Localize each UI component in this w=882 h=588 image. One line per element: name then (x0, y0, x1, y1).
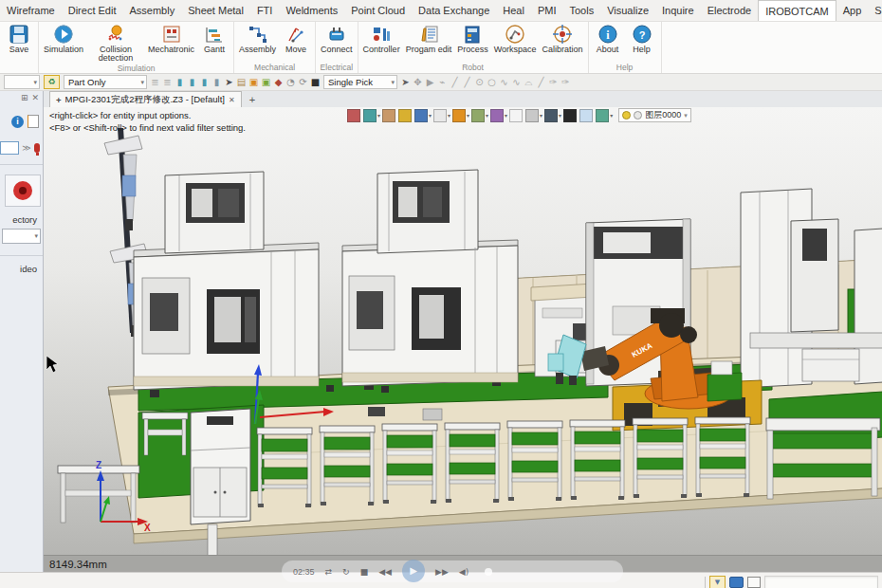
menu-item[interactable]: IROBOTCAM (758, 0, 836, 21)
display-icon[interactable]: ▾ (594, 109, 613, 122)
toolbar-icon[interactable]: ▮ (174, 75, 186, 89)
tab-close-icon[interactable]: ✕ (229, 96, 235, 104)
toolbar-icon[interactable]: ▮ (186, 75, 198, 89)
status-input-field[interactable] (764, 576, 878, 588)
display-icon[interactable]: ▾ (432, 109, 450, 122)
display-icon[interactable]: ▾ (361, 109, 380, 122)
loop-icon[interactable]: ↻ (342, 567, 350, 577)
volume-icon[interactable]: ◀) (459, 567, 469, 577)
help-button[interactable]: ? Help (625, 23, 659, 54)
move-button[interactable]: Move (279, 23, 313, 54)
toolbar-icon[interactable]: ✑ (547, 75, 560, 89)
forward-icon[interactable]: ▶▶ (435, 567, 449, 577)
menu-item[interactable]: FTI (250, 0, 280, 21)
toolbar-icon[interactable]: ▣ (248, 75, 260, 89)
process-button[interactable]: Process (454, 23, 491, 54)
calibration-button[interactable]: Calibration (540, 23, 586, 54)
display-icon[interactable] (507, 109, 524, 122)
display-icon[interactable]: ▾ (524, 109, 542, 122)
toolbar-icon[interactable]: ≣ (149, 75, 161, 89)
workspace-button[interactable]: Workspace (491, 23, 540, 54)
menu-item[interactable]: Simulation (868, 0, 882, 21)
menu-item[interactable]: Assembly (122, 0, 181, 21)
toolbar-icon[interactable]: ≣ (161, 75, 174, 89)
window-mode-icon[interactable] (747, 577, 761, 588)
display-icon[interactable] (396, 109, 413, 122)
viewport-3d[interactable]: <right-click> for entity input options. … (44, 107, 882, 572)
assembly-button[interactable]: Assembly (236, 23, 279, 54)
play-button[interactable]: ▶ (402, 560, 425, 582)
toolbar-icon[interactable]: ⌁ (436, 75, 449, 89)
toolbar-icon[interactable]: ◆ (272, 75, 285, 89)
menu-item[interactable]: Weldments (279, 0, 344, 21)
display-icon[interactable] (380, 109, 396, 122)
rewind-icon[interactable]: ◀◀ (378, 567, 392, 577)
document-tab[interactable]: + MPGI-2301完成2程序修改.Z3 - [Default] ✕ (49, 91, 242, 107)
toolbar-icon[interactable]: ➤ (223, 75, 235, 89)
toolbar-icon[interactable]: ▣ (260, 75, 272, 89)
gantt-button[interactable]: Gantt (197, 23, 231, 54)
document-icon[interactable] (28, 115, 39, 128)
display-icon[interactable]: ▾ (450, 109, 469, 122)
toolbar-icon[interactable]: ▶ (424, 75, 436, 89)
about-button[interactable]: i About (591, 23, 625, 54)
collision-detection-button[interactable]: Collision detection (86, 23, 145, 64)
toolbar-icon[interactable]: ╱ (449, 75, 461, 89)
volume-knob[interactable] (485, 568, 492, 576)
menu-item[interactable]: Data Exchange (412, 0, 496, 21)
toolbar-icon[interactable]: ⟳ (297, 75, 309, 89)
recorder-path-input[interactable] (0, 141, 19, 155)
program-edit-button[interactable]: Progam edit (403, 23, 455, 54)
menu-item[interactable]: App (836, 0, 869, 21)
toolbar-icon[interactable]: ▤ (235, 75, 248, 89)
new-tab-button[interactable]: + (249, 94, 255, 105)
connect-button[interactable]: Connect (318, 23, 356, 54)
toolbar-icon[interactable]: ✑ (560, 75, 572, 89)
menu-item[interactable]: Electrode (701, 0, 758, 21)
menu-item[interactable]: Inquire (655, 0, 701, 21)
toolbar-icon[interactable]: ○ (486, 75, 498, 89)
toolbar-icon[interactable]: ⌓ (523, 75, 535, 89)
filter-toggle-icon[interactable]: ▼ (709, 576, 726, 588)
toolbar-icon[interactable]: ■ (309, 75, 322, 89)
display-icon[interactable]: ▾ (542, 109, 561, 122)
toolbar-icon[interactable]: ╱ (461, 75, 473, 89)
layer-combo[interactable]: 图层0000 ▾ (618, 108, 691, 122)
blank-combo[interactable]: ▾ (4, 75, 40, 89)
info-icon[interactable]: i (11, 116, 24, 128)
menu-item[interactable]: Wireframe (0, 0, 62, 21)
display-icon[interactable]: ▾ (413, 109, 432, 122)
menu-item[interactable]: Sheet Metal (181, 0, 250, 21)
menu-item[interactable]: Visualize (600, 0, 655, 21)
display-icon[interactable] (578, 109, 594, 122)
controller-button[interactable]: Controller (360, 23, 403, 54)
menu-item[interactable]: Direct Edit (62, 0, 123, 21)
stop-icon[interactable]: ■ (360, 567, 369, 577)
shuffle-icon[interactable]: ⇄ (325, 567, 333, 577)
menu-item[interactable]: PMI (531, 0, 563, 21)
toolbar-icon[interactable]: ╱ (535, 75, 547, 89)
display-icon[interactable]: ▾ (469, 109, 488, 122)
directory-select[interactable]: ▾ (2, 229, 41, 244)
toolbar-icon[interactable]: ▮ (198, 75, 211, 89)
toolbar-icon[interactable]: ∿ (510, 75, 523, 89)
display-icon[interactable]: ▾ (488, 109, 507, 122)
menu-item[interactable]: Point Cloud (344, 0, 412, 21)
toolbar-icon[interactable]: ▮ (211, 75, 223, 89)
view-mode-combo[interactable]: Part Only▾ (64, 75, 147, 89)
save-button[interactable]: Save (2, 23, 36, 54)
display-icon[interactable] (561, 109, 578, 122)
pick-mode-combo[interactable]: Single Pick▾ (323, 75, 397, 89)
regen-highlight-icon[interactable]: ♻ (44, 75, 60, 89)
panel-close-icon[interactable]: ✕ (31, 93, 39, 107)
menu-item[interactable]: Heal (496, 0, 531, 21)
simulation-button[interactable]: Simulation (41, 23, 86, 54)
display-icon[interactable] (345, 109, 361, 122)
chevrons-icon[interactable]: ≫ (22, 143, 30, 153)
toolbar-icon[interactable]: ∿ (498, 75, 510, 89)
toolbar-icon[interactable]: ➤ (399, 75, 412, 89)
toolbar-icon[interactable]: ✥ (412, 75, 424, 89)
record-button[interactable] (5, 175, 41, 207)
mechatronic-button[interactable]: Mechatronic (145, 23, 197, 54)
toolbar-icon[interactable]: ◔ (285, 75, 297, 89)
